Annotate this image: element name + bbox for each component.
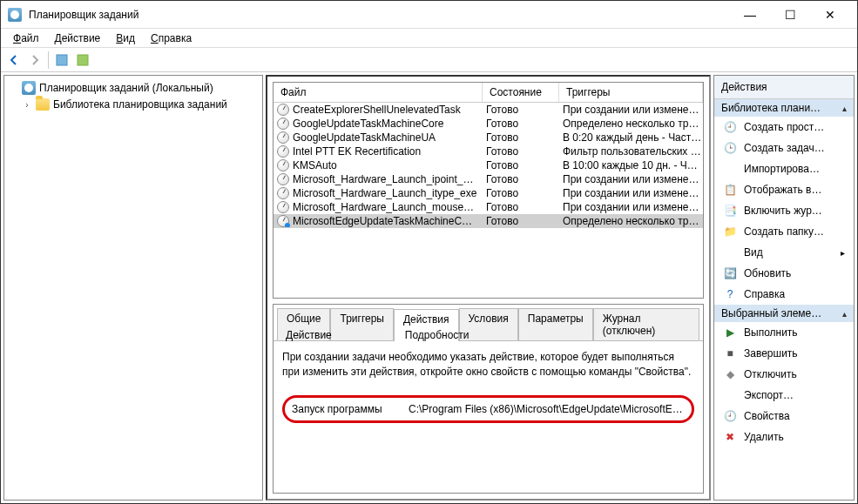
task-state: Готово bbox=[483, 131, 559, 144]
svg-rect-1 bbox=[78, 55, 88, 65]
export[interactable]: Экспорт… bbox=[714, 385, 854, 406]
task-state: Готово bbox=[483, 215, 559, 227]
scheduler-icon bbox=[22, 81, 36, 95]
disable[interactable]: ◆Отключить bbox=[714, 364, 854, 385]
action-col-headers: Действие Подробности bbox=[286, 329, 470, 341]
properties-icon: 🕘 bbox=[723, 409, 737, 423]
titlebar: Планировщик заданий — ☐ ✕ bbox=[1, 1, 857, 29]
help-icon: ? bbox=[723, 287, 737, 301]
menubar: Файл Действие Вид Справка bbox=[1, 29, 857, 48]
table-row[interactable]: Microsoft_Hardware_Launch_itype_exeГотов… bbox=[274, 186, 703, 200]
minimize-button[interactable]: — bbox=[730, 1, 770, 29]
task-state: Готово bbox=[483, 159, 559, 171]
action-label: Экспорт… bbox=[744, 389, 794, 401]
app-icon bbox=[8, 8, 22, 22]
table-row[interactable]: Intel PTT EK RecertificationГотовоФильтр… bbox=[274, 144, 703, 158]
help[interactable]: ?Справка bbox=[714, 284, 854, 305]
task-name: Microsoft_Hardware_Launch_ipoint_… bbox=[293, 173, 473, 185]
menu-view[interactable]: Вид bbox=[109, 30, 142, 46]
expand-icon[interactable]: › bbox=[22, 100, 32, 110]
table-row[interactable]: MicrosoftEdgeUpdateTaskMachineC…ГотовоОп… bbox=[274, 214, 703, 228]
tab-history[interactable]: Журнал (отключен) bbox=[593, 308, 699, 340]
task-trigger: Определено несколько триггеров bbox=[559, 118, 703, 130]
folder-icon bbox=[36, 98, 50, 111]
task-list-header: Файл Состояние Триггеры bbox=[274, 83, 703, 103]
task-name: Microsoft_Hardware_Launch_itype_exe bbox=[293, 187, 476, 199]
menu-help[interactable]: Справка bbox=[144, 30, 199, 46]
run-icon: ▶ bbox=[723, 326, 737, 339]
action-label: Свойства bbox=[744, 410, 790, 422]
task-name: KMSAuto bbox=[293, 159, 337, 171]
actions-section-library[interactable]: Библиотека плани… ▴ bbox=[714, 99, 854, 117]
actions-section-selected[interactable]: Выбранный элеме… ▴ bbox=[714, 305, 854, 322]
delete-icon: ✖ bbox=[723, 430, 737, 444]
forward-button[interactable] bbox=[25, 50, 44, 70]
clock-icon bbox=[277, 159, 289, 171]
table-row[interactable]: GoogleUpdateTaskMachineCoreГотовоОпредел… bbox=[274, 117, 703, 131]
view[interactable]: Вид ▸ bbox=[714, 242, 854, 263]
toolbar-icon[interactable] bbox=[52, 50, 71, 70]
create-task-icon: 🕒 bbox=[723, 141, 737, 155]
col-triggers[interactable]: Триггеры bbox=[559, 83, 703, 102]
action-label: Создать прост… bbox=[744, 121, 824, 133]
import-task[interactable]: Импортирова… bbox=[714, 158, 854, 179]
close-button[interactable]: ✕ bbox=[810, 1, 850, 29]
col-state[interactable]: Состояние bbox=[483, 83, 559, 102]
table-row[interactable]: CreateExplorerShellUnelevatedTaskГотовоП… bbox=[274, 103, 703, 117]
window-title: Планировщик заданий bbox=[29, 9, 730, 21]
back-button[interactable] bbox=[4, 50, 24, 70]
table-row[interactable]: Microsoft_Hardware_Launch_ipoint_…Готово… bbox=[274, 172, 703, 186]
enable-history-icon: 📑 bbox=[723, 204, 737, 218]
table-row[interactable]: Microsoft_Hardware_Launch_mouse…ГотовоПр… bbox=[274, 200, 703, 214]
menu-file[interactable]: Файл bbox=[6, 30, 46, 46]
col-name[interactable]: Файл bbox=[274, 83, 483, 102]
collapse-icon: ▴ bbox=[842, 309, 847, 319]
col-detail: Подробности bbox=[405, 329, 470, 341]
action-label: Обновить bbox=[744, 267, 791, 279]
tree-panel: Планировщик заданий (Локальный) › Библио… bbox=[3, 75, 263, 501]
action-type: Запуск программы bbox=[292, 403, 396, 415]
task-trigger: При создании или изменении зад bbox=[559, 104, 703, 116]
tree-library[interactable]: › Библиотека планировщика заданий bbox=[8, 97, 259, 112]
task-list: Файл Состояние Триггеры CreateExplorerSh… bbox=[273, 82, 704, 299]
delete[interactable]: ✖Удалить bbox=[714, 427, 854, 447]
clock-icon bbox=[277, 131, 289, 144]
display-running[interactable]: 📋Отображать в… bbox=[714, 179, 854, 200]
tree-library-label: Библиотека планировщика заданий bbox=[53, 98, 227, 111]
action-label: Импортирова… bbox=[744, 163, 820, 175]
create-basic-task-icon: 🕘 bbox=[723, 120, 737, 134]
task-name: Microsoft_Hardware_Launch_mouse… bbox=[293, 201, 474, 213]
chevron-right-icon: ▸ bbox=[841, 248, 845, 258]
disable-icon: ◆ bbox=[723, 367, 737, 381]
tab-desc: При создании задачи необходимо указать д… bbox=[282, 350, 694, 380]
task-state: Готово bbox=[483, 201, 559, 213]
properties[interactable]: 🕘Свойства bbox=[714, 406, 854, 427]
task-trigger: В 10:00 каждые 10 дн. - Частота по bbox=[559, 159, 703, 171]
action-highlight: Запуск программы C:\Program Files (x86)\… bbox=[282, 395, 694, 423]
table-row[interactable]: GoogleUpdateTaskMachineUAГотовоВ 0:20 ка… bbox=[274, 131, 703, 144]
toolbar bbox=[1, 48, 857, 72]
task-trigger: При создании или изменении зад bbox=[559, 173, 703, 185]
action-label: Удалить bbox=[744, 431, 784, 443]
end[interactable]: ■Завершить bbox=[714, 343, 854, 364]
task-trigger: В 0:20 каждый день - Частота пов bbox=[559, 131, 703, 144]
table-row[interactable]: KMSAutoГотовоВ 10:00 каждые 10 дн. - Час… bbox=[274, 158, 703, 172]
tab-settings[interactable]: Параметры bbox=[518, 308, 593, 340]
action-label: Отключить bbox=[744, 368, 797, 380]
menu-action[interactable]: Действие bbox=[48, 30, 108, 46]
clock-icon bbox=[277, 104, 289, 116]
create-basic-task[interactable]: 🕘Создать прост… bbox=[714, 117, 854, 138]
new-folder[interactable]: 📁Создать папку… bbox=[714, 221, 854, 242]
collapse-icon: ▴ bbox=[842, 104, 847, 113]
maximize-button[interactable]: ☐ bbox=[770, 1, 810, 29]
enable-history[interactable]: 📑Включить жур… bbox=[714, 200, 854, 221]
action-label: Завершить bbox=[744, 347, 798, 360]
action-row[interactable]: Запуск программы C:\Program Files (x86)\… bbox=[292, 403, 685, 415]
toolbar-icon2[interactable] bbox=[73, 50, 92, 70]
tree-root[interactable]: Планировщик заданий (Локальный) bbox=[8, 79, 259, 97]
run[interactable]: ▶Выполнить bbox=[714, 322, 854, 343]
task-state: Готово bbox=[483, 173, 559, 185]
refresh[interactable]: 🔄Обновить bbox=[714, 263, 854, 284]
create-task[interactable]: 🕒Создать задач… bbox=[714, 138, 854, 158]
task-state: Готово bbox=[483, 104, 559, 116]
